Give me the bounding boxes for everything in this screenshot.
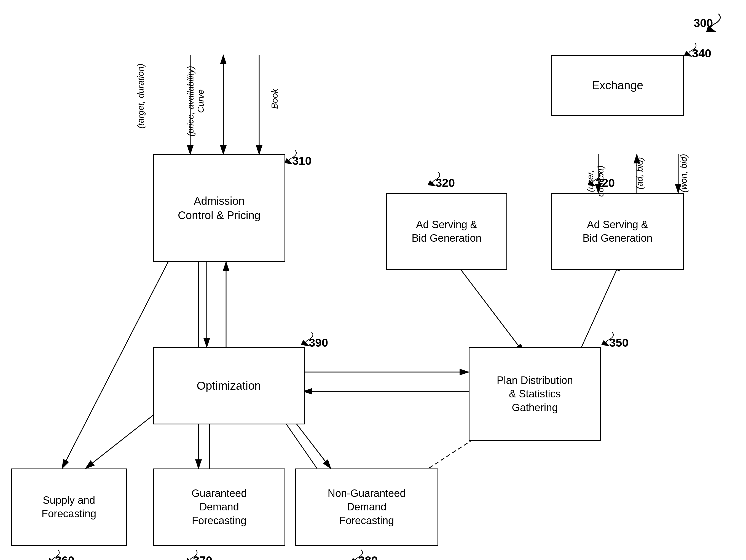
diagram: 300 Exchange 340 AdmissionControl & Pric… [0,0,746,560]
svg-line-10 [62,262,168,469]
ad-serving-mid-box: Ad Serving &Bid Generation [386,193,507,270]
optimization-box: Optimization [153,347,305,424]
supply-box: Supply andForecasting [11,469,127,546]
won-bid-label: (won, bid) [679,149,689,198]
squiggle-360 [47,549,63,560]
ad-bid-label: (ad, bid) [635,149,645,198]
user-context-label: (user, context) [585,153,606,209]
squiggle-320-mid [427,171,444,187]
admission-box: AdmissionControl & Pricing [153,154,285,262]
squiggle-300 [702,11,724,33]
squiggle-380 [350,549,367,560]
exchange-box: Exchange [551,55,684,116]
non-guaranteed-box: Non-GuaranteedDemandForecasting [295,469,438,546]
squiggle-310 [284,149,300,165]
svg-line-19 [455,262,524,353]
squiggle-390 [300,331,317,347]
plan-dist-box: Plan Distribution& StatisticsGathering [469,347,601,441]
book-label: Book [269,89,280,109]
squiggle-340 [684,41,700,58]
target-duration-label: (target, duration) [136,60,146,132]
price-availability-label: (price, availability) Curve [185,63,206,140]
ad-serving-right-box: Ad Serving &Bid Generation [551,193,684,270]
guaranteed-box: GuaranteedDemandForecasting [153,469,285,546]
squiggle-370 [185,549,201,560]
squiggle-350 [601,331,618,347]
